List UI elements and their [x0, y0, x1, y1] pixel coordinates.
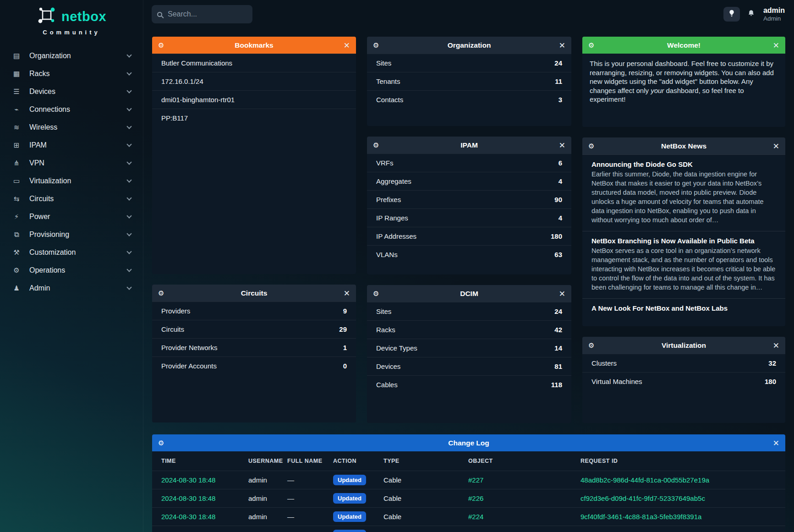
sidebar-item-label: IPAM [29, 141, 47, 149]
widget-config-gear-icon[interactable]: ⚙ [588, 41, 594, 49]
stat-row[interactable]: Contacts 3 [367, 90, 571, 109]
news-body: Earlier this summer, Diode, the data ing… [591, 170, 776, 225]
stat-row[interactable]: IP Ranges 4 [367, 208, 571, 227]
user-menu[interactable]: admin Admin [763, 6, 785, 23]
widget-close-icon[interactable]: ✕ [773, 439, 779, 447]
sidebar-item[interactable]: ⌁ Connections [0, 100, 143, 118]
stat-row[interactable]: VRFs 6 [367, 154, 571, 172]
widget-close-icon[interactable]: ✕ [773, 341, 779, 349]
sidebar-item-label: Racks [29, 70, 49, 78]
stat-row[interactable]: Circuits 29 [152, 320, 356, 338]
widget-title: Virtualization [662, 341, 706, 350]
table-column-header: FULL NAME [287, 458, 333, 464]
sidebar-item[interactable]: ⋔ VPN [0, 154, 143, 172]
sidebar-item[interactable]: ▦ Racks [0, 65, 143, 82]
stat-row[interactable]: VLANs 63 [367, 245, 571, 263]
stat-row[interactable]: Aggregates 4 [367, 172, 571, 190]
bookmark-item[interactable]: PP:B117 [152, 109, 356, 127]
stat-label: Provider Accounts [161, 362, 217, 370]
sidebar-item[interactable]: ▤ Organization [0, 47, 143, 65]
stat-label: Sites [376, 59, 391, 67]
chevron-down-icon [126, 124, 131, 129]
change-request-id-link[interactable]: 48ad8b2c-986d-44fd-81ca-00d55b27e19a [580, 476, 776, 484]
change-object-link[interactable]: #226 [468, 494, 580, 502]
stat-row[interactable]: Sites 24 [367, 302, 571, 320]
change-time-link[interactable]: 2024-08-30 18:48 [161, 513, 248, 521]
sidebar-item[interactable]: ⚡ Power [0, 208, 143, 225]
widget-title: Circuits [241, 289, 268, 297]
table-column-header: USERNAME [248, 458, 287, 464]
widget-config-gear-icon[interactable]: ⚙ [158, 41, 164, 49]
sidebar-item[interactable]: ▭ Virtualization [0, 172, 143, 190]
widget-close-icon[interactable]: ✕ [344, 41, 350, 49]
stat-row[interactable]: Provider Accounts 0 [152, 356, 356, 375]
action-badge: Updated [333, 493, 366, 504]
widget-config-gear-icon[interactable]: ⚙ [588, 341, 594, 350]
widget-config-gear-icon[interactable]: ⚙ [373, 290, 379, 298]
news-list: Announcing the Diode Go SDK Earlier this… [582, 154, 785, 318]
sidebar-item-label: Connections [29, 105, 70, 114]
change-request-id-link[interactable]: 9cf40fdf-3461-4c88-81a3-5feb39f8391a [580, 513, 776, 521]
sidebar-item[interactable]: ⚒ Customization [0, 243, 143, 261]
bookmarks-widget: ⚙ Bookmarks ✕ Butler Communications 172.… [152, 37, 356, 274]
widget-close-icon[interactable]: ✕ [559, 290, 565, 297]
table-column-header: TYPE [383, 458, 468, 464]
notifications-button[interactable] [747, 9, 755, 19]
sidebar-item-label: Power [29, 213, 50, 221]
stat-row[interactable]: Cables 118 [367, 375, 571, 394]
news-headline[interactable]: A New Look For NetBox and NetBox Labs [591, 304, 776, 312]
sidebar-item-label: Circuits [29, 195, 54, 203]
widget-close-icon[interactable]: ✕ [773, 41, 779, 49]
sidebar-item[interactable]: ⇆ Circuits [0, 190, 143, 208]
widget-close-icon[interactable]: ✕ [559, 141, 565, 149]
change-time-link[interactable]: 2024-08-30 18:48 [161, 494, 248, 502]
stat-row[interactable]: Tenants 11 [367, 72, 571, 90]
bookmark-item[interactable]: dmi01-binghamton-rtr01 [152, 90, 356, 109]
sidebar-item[interactable]: ⊞ IPAM [0, 136, 143, 154]
news-headline[interactable]: NetBox Branching is Now Available in Pub… [591, 237, 776, 245]
stat-row[interactable]: Racks 42 [367, 320, 571, 339]
change-request-id-link[interactable]: cf92d3e6-d09d-41fc-9fd7-52337649ab5c [580, 494, 776, 502]
widget-config-gear-icon[interactable]: ⚙ [158, 439, 164, 447]
stat-label: Providers [161, 307, 190, 315]
news-headline[interactable]: Announcing the Diode Go SDK [591, 160, 776, 168]
widget-title: Bookmarks [235, 41, 273, 49]
search-input[interactable] [168, 10, 241, 18]
stat-row[interactable]: Provider Networks 1 [152, 338, 356, 356]
sidebar-item[interactable]: ⚙ Operations [0, 261, 143, 279]
sidebar-item[interactable]: ≋ Wireless [0, 118, 143, 136]
sidebar-item-icon: ♟ [11, 284, 22, 292]
change-object-link[interactable]: #227 [468, 476, 580, 484]
stat-value: 1 [343, 344, 347, 351]
chevron-down-icon [126, 249, 131, 254]
widget-config-gear-icon[interactable]: ⚙ [588, 142, 594, 150]
stat-label: Device Types [376, 344, 417, 352]
sidebar-item-icon: ≋ [11, 123, 22, 132]
stat-row[interactable]: Clusters 32 [582, 354, 785, 372]
stat-row[interactable]: Prefixes 90 [367, 190, 571, 208]
change-time-link[interactable]: 2024-08-30 18:48 [161, 476, 248, 484]
stat-row[interactable]: Providers 9 [152, 302, 356, 320]
widget-config-gear-icon[interactable]: ⚙ [373, 141, 379, 149]
stat-row[interactable]: IP Addresses 180 [367, 227, 571, 245]
widget-close-icon[interactable]: ✕ [344, 289, 350, 297]
widget-title: DCIM [460, 290, 478, 298]
change-object-link[interactable]: #224 [468, 513, 580, 521]
stat-row[interactable]: Devices 81 [367, 357, 571, 375]
bookmark-item[interactable]: Butler Communications [152, 54, 356, 72]
brand-name[interactable]: netbox [61, 9, 106, 24]
sidebar-item[interactable]: ☰ Devices [0, 82, 143, 100]
sidebar-item[interactable]: ♟ Admin [0, 279, 143, 297]
widget-close-icon[interactable]: ✕ [559, 41, 565, 49]
theme-toggle-button[interactable] [723, 7, 740, 22]
stat-row[interactable]: Device Types 14 [367, 339, 571, 357]
stat-row[interactable]: Virtual Machines 180 [582, 372, 785, 390]
search-box[interactable] [152, 5, 252, 23]
widget-config-gear-icon[interactable]: ⚙ [373, 41, 379, 49]
bookmark-item[interactable]: 172.16.0.1/24 [152, 72, 356, 90]
sidebar-item-label: Customization [29, 248, 76, 257]
widget-close-icon[interactable]: ✕ [773, 142, 779, 150]
sidebar-item[interactable]: ⧉ Provisioning [0, 225, 143, 243]
stat-row[interactable]: Sites 24 [367, 54, 571, 72]
widget-config-gear-icon[interactable]: ⚙ [158, 289, 164, 297]
